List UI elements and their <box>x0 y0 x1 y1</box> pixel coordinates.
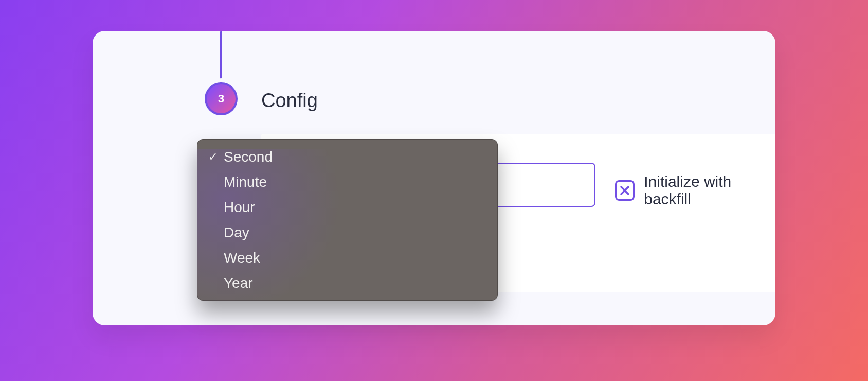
unit-option-year[interactable]: Year <box>197 270 498 296</box>
unit-option-label: Day <box>224 224 249 241</box>
unit-option-week[interactable]: Week <box>197 245 498 270</box>
step-connector-line <box>220 31 222 84</box>
unit-option-label: Minute <box>224 174 267 190</box>
unit-option-day[interactable]: Day <box>197 220 498 245</box>
unit-option-label: Hour <box>224 199 255 216</box>
unit-option-label: Week <box>224 250 260 266</box>
unit-option-label: Second <box>224 149 273 165</box>
unit-option-label: Year <box>224 275 253 291</box>
unit-option-second[interactable]: ✓Second <box>197 144 498 169</box>
unit-option-minute[interactable]: Minute <box>197 169 498 195</box>
x-icon <box>619 184 631 197</box>
step-title: Config <box>261 90 318 112</box>
unit-dropdown-menu[interactable]: ✓SecondMinuteHourDayWeekYear <box>197 139 498 301</box>
step-number: 3 <box>218 92 224 106</box>
backfill-checkbox[interactable] <box>615 180 635 201</box>
check-icon: ✓ <box>208 150 220 164</box>
step-number-badge: 3 <box>205 82 238 115</box>
unit-option-hour[interactable]: Hour <box>197 195 498 220</box>
backfill-label: Initialize with backfill <box>644 173 775 208</box>
backfill-checkbox-row: Initialize with backfill <box>615 173 775 208</box>
